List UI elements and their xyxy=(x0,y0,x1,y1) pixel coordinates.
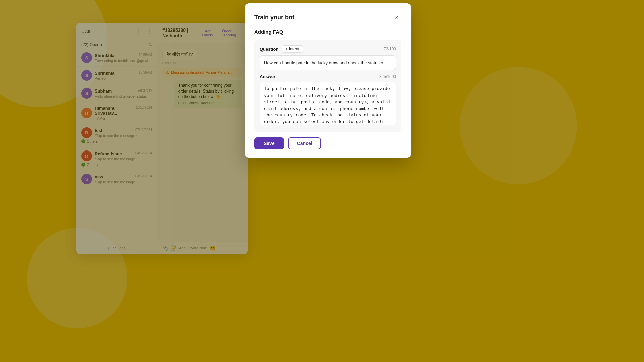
question-count: 73/100 xyxy=(384,47,396,51)
question-field: Question + Intent 73/100 xyxy=(260,45,396,70)
answer-count: 325/1500 xyxy=(379,74,396,79)
question-field-header: Question + Intent 73/100 xyxy=(260,45,396,53)
faq-card: Question + Intent 73/100 Answer 325/1500… xyxy=(254,40,401,132)
cancel-button[interactable]: Cancel xyxy=(288,137,321,149)
question-label: Question xyxy=(260,47,278,52)
answer-field-header: Answer 325/1500 xyxy=(260,74,396,79)
modal-header: Train your bot × xyxy=(254,13,401,22)
question-label-group: Question + Intent xyxy=(260,45,303,53)
train-bot-modal: Train your bot × Adding FAQ Question + I… xyxy=(245,3,411,158)
modal-footer: Save Cancel xyxy=(254,137,401,149)
answer-textarea[interactable]: To participate in the lucky draw, please… xyxy=(260,82,396,125)
question-input[interactable] xyxy=(260,55,396,70)
modal-title: Train your bot xyxy=(254,14,294,21)
intent-button[interactable]: + Intent xyxy=(282,45,303,53)
answer-field: Answer 325/1500 To participate in the lu… xyxy=(260,74,396,127)
save-button[interactable]: Save xyxy=(254,137,284,149)
modal-subtitle: Adding FAQ xyxy=(254,29,401,35)
modal-close-button[interactable]: × xyxy=(392,13,401,22)
answer-label: Answer xyxy=(260,74,275,79)
